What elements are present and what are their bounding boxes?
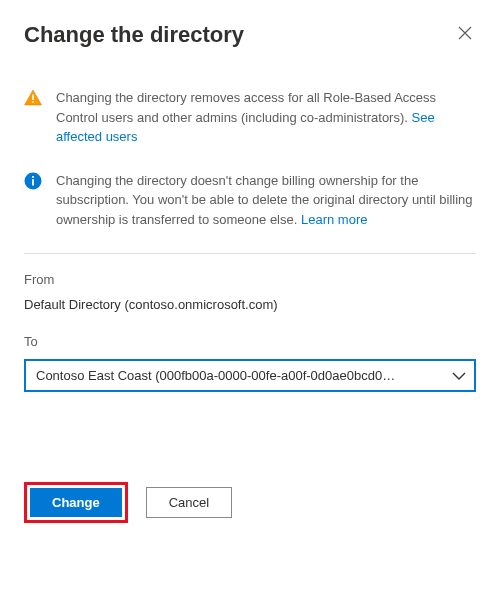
divider — [24, 253, 476, 254]
learn-more-link[interactable]: Learn more — [301, 212, 367, 227]
cancel-button[interactable]: Cancel — [146, 487, 232, 518]
close-icon — [458, 26, 472, 40]
info-text: Changing the directory doesn't change bi… — [56, 173, 473, 227]
from-label: From — [24, 272, 476, 287]
dialog-title: Change the directory — [24, 22, 244, 48]
warning-alert: Changing the directory removes access fo… — [24, 88, 476, 147]
svg-rect-1 — [32, 101, 34, 103]
change-button-highlight: Change — [24, 482, 128, 523]
svg-rect-0 — [32, 95, 34, 101]
svg-rect-4 — [32, 176, 34, 178]
close-button[interactable] — [454, 22, 476, 47]
change-button[interactable]: Change — [30, 488, 122, 517]
svg-rect-3 — [32, 179, 34, 185]
to-label: To — [24, 334, 476, 349]
info-icon — [24, 172, 42, 190]
info-alert: Changing the directory doesn't change bi… — [24, 171, 476, 230]
from-value: Default Directory (contoso.onmicrosoft.c… — [24, 297, 476, 312]
directory-select[interactable]: Contoso East Coast (000fb00a-0000-00fe-a… — [24, 359, 476, 392]
warning-icon — [24, 89, 42, 107]
warning-text: Changing the directory removes access fo… — [56, 90, 436, 125]
